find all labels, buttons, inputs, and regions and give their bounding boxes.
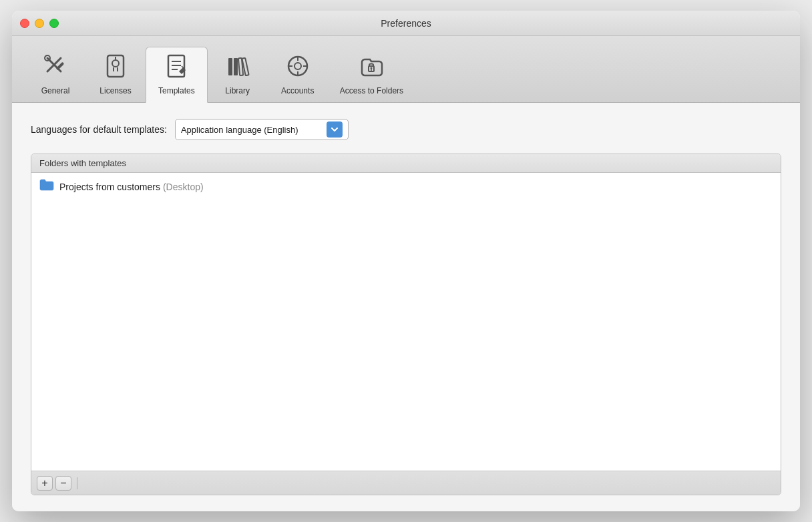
tab-toolbar: General Licenses: [12, 36, 800, 103]
tab-licenses-label: Licenses: [99, 86, 131, 95]
accounts-icon: [284, 53, 311, 83]
access-to-folders-icon: [358, 53, 385, 83]
general-icon: [42, 53, 69, 83]
tab-general-label: General: [41, 86, 70, 95]
close-button[interactable]: [20, 19, 29, 28]
traffic-lights: [20, 19, 59, 28]
folder-icon: [39, 179, 54, 194]
add-folder-button[interactable]: +: [37, 476, 53, 491]
tab-general[interactable]: General: [25, 47, 85, 102]
folders-panel: Folders with templates Projects from cus…: [31, 154, 781, 495]
library-icon: [224, 53, 251, 83]
language-select-value: Application language (English): [181, 125, 321, 135]
maximize-button[interactable]: [49, 19, 59, 28]
main-content: Languages for default templates: Applica…: [12, 103, 800, 511]
preferences-window: Preferences General: [12, 11, 800, 511]
tab-licenses[interactable]: Licenses: [85, 47, 146, 102]
folders-toolbar: + −: [31, 471, 781, 495]
language-select[interactable]: Application language (English): [175, 119, 349, 140]
svg-rect-14: [228, 58, 232, 75]
toolbar-divider: [77, 477, 77, 489]
minimize-button[interactable]: [35, 19, 44, 28]
tab-accounts[interactable]: Accounts: [268, 47, 328, 102]
language-label: Languages for default templates:: [31, 124, 167, 135]
svg-point-19: [294, 63, 301, 69]
tab-library-label: Library: [225, 86, 250, 95]
svg-rect-15: [234, 58, 238, 75]
folder-location: (Desktop): [163, 182, 204, 192]
window-title: Preferences: [381, 18, 431, 29]
language-row: Languages for default templates: Applica…: [31, 119, 781, 140]
licenses-icon: [102, 53, 129, 83]
folders-header: Folders with templates: [31, 154, 781, 173]
tab-library[interactable]: Library: [208, 47, 268, 102]
tab-templates-label: Templates: [158, 86, 195, 95]
tab-templates[interactable]: Templates: [146, 47, 208, 103]
svg-point-5: [112, 60, 119, 67]
folders-list: Projects from customers (Desktop): [31, 173, 781, 471]
templates-icon: [163, 53, 190, 83]
tab-access-to-folders[interactable]: Access to Folders: [328, 47, 415, 102]
tab-accounts-label: Accounts: [281, 86, 314, 95]
list-item[interactable]: Projects from customers (Desktop): [31, 176, 781, 198]
folder-name: Projects from customers: [59, 182, 160, 192]
titlebar: Preferences: [12, 11, 800, 36]
tab-access-to-folders-label: Access to Folders: [340, 86, 403, 95]
remove-folder-button[interactable]: −: [55, 476, 71, 491]
dropdown-arrow-icon: [327, 121, 343, 138]
